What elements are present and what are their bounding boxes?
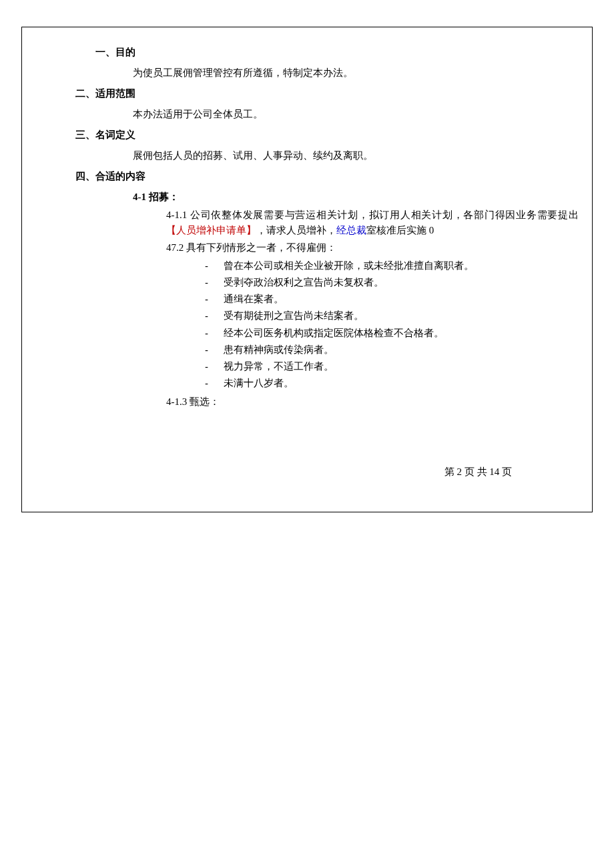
dash-icon: - xyxy=(205,308,224,324)
heading-section-4: 四、合适的内容 xyxy=(75,170,579,183)
list-item: -未满十八岁者。 xyxy=(205,376,579,391)
list-item-text: 未满十八岁者。 xyxy=(224,376,294,391)
dash-icon: - xyxy=(205,376,224,391)
body-section-1: 为使员工展佣管理管控有所遵循，特制定本办法。 xyxy=(133,67,579,79)
list-item: -受剥夺政治权利之宣告尚未复权者。 xyxy=(205,275,579,290)
list-item-text: 曾在本公司或相关企业被开除，或未经批准擅自离职者。 xyxy=(224,258,474,274)
list-item-text: 受有期徒刑之宣告尚未结案者。 xyxy=(224,308,364,324)
list-item-text: 视力异常，不适工作者。 xyxy=(224,359,334,374)
page-number: 第 2 页 共 14 页 xyxy=(444,466,512,478)
text-4-1-1-prefix: 4-1.1 公司依整体发展需要与营运相关计划，拟订用人相关计划，各部门得因业务需… xyxy=(166,209,579,220)
dash-icon: - xyxy=(205,359,224,374)
dash-icon: - xyxy=(205,326,224,341)
dash-icon: - xyxy=(205,275,224,290)
list-item-text: 经本公司医务机构或指定医院体格检查不合格者。 xyxy=(224,326,444,341)
list-item-text: 患有精神病或传染病者。 xyxy=(224,342,334,358)
text-4-1-1-tail: 室核准后实施 0 xyxy=(366,225,434,236)
text-highlight-approval: 经总裁 xyxy=(336,225,366,236)
list-item: -通缉在案者。 xyxy=(205,292,579,307)
list-item: -曾在本公司或相关企业被开除，或未经批准擅自离职者。 xyxy=(205,258,579,274)
body-section-3: 展佣包括人员的招募、试用、人事异动、续约及离职。 xyxy=(133,149,579,162)
body-section-2: 本办法适用于公司全体员工。 xyxy=(133,108,579,121)
text-highlight-form-name: 【人员增补申请单】 xyxy=(166,225,256,236)
text-4-1-1-mid: ，请求人员增补， xyxy=(256,225,336,236)
heading-section-3: 三、名词定义 xyxy=(75,129,579,141)
list-item-text: 通缉在案者。 xyxy=(224,292,284,307)
bullet-list: -曾在本公司或相关企业被开除，或未经批准擅自离职者。 -受剥夺政治权利之宣告尚未… xyxy=(205,258,579,392)
list-item: -受有期徒刑之宣告尚未结案者。 xyxy=(205,308,579,324)
page-frame: 一、目的 为使员工展佣管理管控有所遵循，特制定本办法。 二、适用范围 本办法适用… xyxy=(21,27,593,512)
list-item-text: 受剥夺政治权利之宣告尚未复权者。 xyxy=(224,275,384,290)
heading-section-2: 二、适用范围 xyxy=(75,87,579,100)
paragraph-47-2: 47.2 具有下列情形之一者，不得雇佣： xyxy=(166,240,579,256)
subheading-4-1: 4-1 招募： xyxy=(133,191,579,203)
list-item: -视力异常，不适工作者。 xyxy=(205,359,579,374)
list-item: -经本公司医务机构或指定医院体格检查不合格者。 xyxy=(205,326,579,341)
paragraph-4-1-1: 4-1.1 公司依整体发展需要与营运相关计划，拟订用人相关计划，各部门得因业务需… xyxy=(166,207,579,238)
dash-icon: - xyxy=(205,342,224,358)
heading-section-1: 一、目的 xyxy=(95,46,579,59)
subheading-4-1-3: 4-1.3 甄选： xyxy=(166,394,579,410)
list-item: -患有精神病或传染病者。 xyxy=(205,342,579,358)
dash-icon: - xyxy=(205,258,224,274)
dash-icon: - xyxy=(205,292,224,307)
